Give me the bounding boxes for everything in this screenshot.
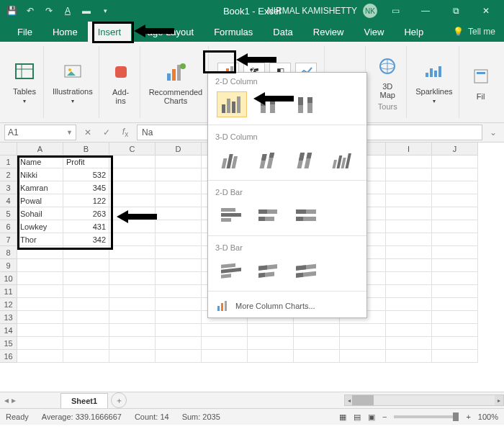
- cell-I4[interactable]: [386, 194, 432, 207]
- cell-D14[interactable]: [156, 324, 202, 337]
- cell-A3[interactable]: Kamran: [17, 181, 63, 194]
- row-header-6[interactable]: 6: [0, 220, 17, 233]
- add-sheet-button[interactable]: ＋: [111, 392, 127, 408]
- row-header-15[interactable]: 15: [0, 337, 17, 350]
- 3d-clustered-bar-option[interactable]: [217, 258, 247, 284]
- fill-color-icon[interactable]: ▬: [81, 5, 92, 17]
- cell-E15[interactable]: [202, 337, 248, 350]
- cell-D1[interactable]: [156, 155, 202, 168]
- cell-I16[interactable]: [386, 350, 432, 363]
- zoom-slider[interactable]: [394, 415, 459, 418]
- col-header-D[interactable]: D: [156, 143, 202, 155]
- cell-A7[interactable]: Thor: [17, 233, 63, 246]
- row-header-5[interactable]: 5: [0, 207, 17, 220]
- cell-C12[interactable]: [109, 298, 156, 311]
- row-header-7[interactable]: 7: [0, 233, 17, 246]
- col-header-C[interactable]: C: [109, 143, 156, 155]
- tab-pagelayout[interactable]: Page Layout: [131, 22, 204, 42]
- cell-A13[interactable]: [17, 311, 63, 324]
- cell-D5[interactable]: [156, 207, 202, 220]
- 3d-100-stacked-column-option[interactable]: [291, 147, 321, 173]
- tab-help[interactable]: Help: [394, 22, 433, 42]
- cell-F16[interactable]: [248, 350, 294, 363]
- cell-C9[interactable]: [109, 259, 156, 272]
- tab-home[interactable]: Home: [42, 22, 88, 42]
- cell-J12[interactable]: [432, 298, 478, 311]
- cell-B9[interactable]: [63, 259, 109, 272]
- stacked-bar-option[interactable]: [254, 202, 284, 228]
- cell-D15[interactable]: [156, 337, 202, 350]
- cell-D9[interactable]: [156, 259, 202, 272]
- row-header-4[interactable]: 4: [0, 194, 17, 207]
- row-header-10[interactable]: 10: [0, 272, 17, 285]
- avatar[interactable]: NK: [363, 4, 377, 18]
- cell-D11[interactable]: [156, 285, 202, 298]
- sheet-nav-next-icon[interactable]: ▸: [12, 395, 16, 405]
- cell-J5[interactable]: [432, 207, 478, 220]
- tab-file[interactable]: File: [7, 22, 42, 42]
- cell-A15[interactable]: [17, 337, 63, 350]
- cell-D3[interactable]: [156, 181, 202, 194]
- cell-I1[interactable]: [386, 155, 432, 168]
- cell-A10[interactable]: [17, 272, 63, 285]
- cell-C8[interactable]: [109, 246, 156, 259]
- undo-icon[interactable]: ↶: [24, 5, 36, 17]
- cell-B10[interactable]: [63, 272, 109, 285]
- cell-I7[interactable]: [386, 233, 432, 246]
- cell-B2[interactable]: 532: [63, 168, 109, 181]
- save-icon[interactable]: 💾: [6, 5, 17, 17]
- cell-H14[interactable]: [340, 324, 386, 337]
- tab-formulas[interactable]: Formulas: [204, 22, 263, 42]
- cell-C7[interactable]: [109, 233, 156, 246]
- cell-E14[interactable]: [202, 324, 248, 337]
- cell-J11[interactable]: [432, 285, 478, 298]
- cell-A11[interactable]: [17, 285, 63, 298]
- cell-C3[interactable]: [109, 181, 156, 194]
- 3d-clustered-column-option[interactable]: [217, 147, 247, 173]
- view-pagebreak-icon[interactable]: ▣: [368, 412, 375, 422]
- 3d-column-option[interactable]: [328, 147, 359, 173]
- cell-I5[interactable]: [386, 207, 432, 220]
- group-illustrations[interactable]: Illustrations ▾: [47, 46, 99, 118]
- cell-C2[interactable]: [109, 168, 156, 181]
- row-header-1[interactable]: 1: [0, 155, 17, 168]
- cell-A8[interactable]: [17, 246, 63, 259]
- cell-B6[interactable]: 431: [63, 220, 109, 233]
- group-tours[interactable]: 3D Map Tours: [369, 46, 407, 118]
- row-header-16[interactable]: 16: [0, 350, 17, 363]
- expand-formula-icon[interactable]: ⌄: [487, 127, 500, 137]
- font-color-icon[interactable]: A: [62, 5, 73, 17]
- sheet-tab-sheet1[interactable]: Sheet1: [60, 393, 108, 408]
- cell-I9[interactable]: [386, 259, 432, 272]
- cell-J13[interactable]: [432, 311, 478, 324]
- tell-me[interactable]: 💡 Tell me: [444, 22, 504, 42]
- row-header-8[interactable]: 8: [0, 246, 17, 259]
- 100-stacked-column-option[interactable]: [292, 91, 322, 117]
- cell-I15[interactable]: [386, 337, 432, 350]
- row-header-2[interactable]: 2: [0, 168, 17, 181]
- more-column-charts[interactable]: More Column Charts...: [208, 294, 366, 317]
- sheet-nav-prev-icon[interactable]: ◂: [4, 395, 9, 405]
- col-header-A[interactable]: A: [17, 143, 63, 155]
- view-pagelayout-icon[interactable]: ▤: [354, 412, 361, 422]
- cell-B15[interactable]: [63, 337, 109, 350]
- cell-I8[interactable]: [386, 246, 432, 259]
- cell-C1[interactable]: [109, 155, 156, 168]
- cell-C14[interactable]: [109, 324, 156, 337]
- cell-B7[interactable]: 342: [63, 233, 109, 246]
- cell-J16[interactable]: [432, 350, 478, 363]
- scroll-thumb[interactable]: [352, 395, 374, 405]
- cell-B3[interactable]: 345: [63, 181, 109, 194]
- accept-formula-icon[interactable]: ✓: [99, 127, 114, 137]
- tab-data[interactable]: Data: [263, 22, 302, 42]
- 100-stacked-bar-option[interactable]: [292, 202, 322, 228]
- qat-more-icon[interactable]: ▾: [99, 5, 111, 17]
- 3d-100-stacked-bar-option[interactable]: [292, 258, 322, 284]
- cell-C4[interactable]: [109, 194, 156, 207]
- redo-icon[interactable]: ↷: [43, 5, 55, 17]
- cell-B8[interactable]: [63, 246, 109, 259]
- 3d-stacked-bar-option[interactable]: [254, 258, 284, 284]
- cell-G14[interactable]: [294, 324, 340, 337]
- cell-A1[interactable]: Name: [17, 155, 63, 168]
- cell-C15[interactable]: [109, 337, 156, 350]
